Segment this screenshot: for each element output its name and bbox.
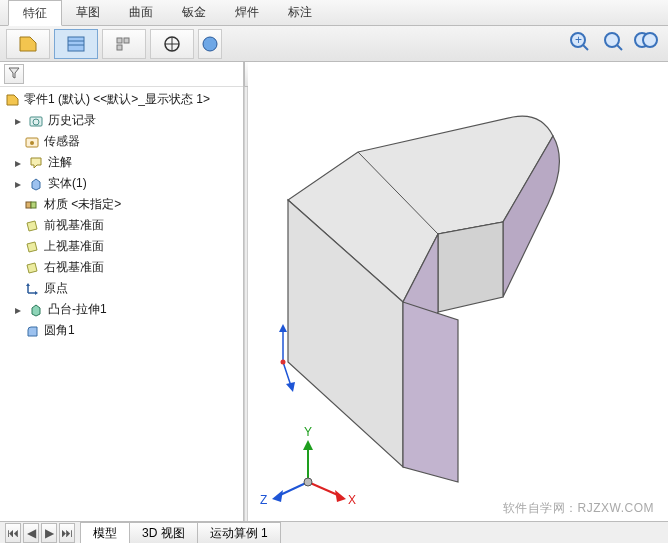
btab-label: 3D 视图 — [142, 526, 185, 540]
solid-body-icon — [28, 176, 44, 192]
tree-item-label: 传感器 — [44, 133, 80, 150]
tree-item-label: 原点 — [44, 280, 68, 297]
tab-label: 曲面 — [129, 5, 153, 19]
display-manager-btn[interactable] — [198, 29, 222, 59]
tree-row[interactable]: ▸ 凸台-拉伸1 — [0, 299, 243, 320]
svg-line-1 — [583, 45, 588, 50]
plane-icon — [24, 239, 40, 255]
svg-line-4 — [617, 45, 622, 50]
tab-weldments[interactable]: 焊件 — [221, 0, 274, 25]
svg-marker-28 — [279, 324, 287, 332]
part-icon — [4, 92, 20, 108]
svg-marker-33 — [303, 440, 313, 450]
tree-root[interactable]: 零件1 (默认) <<默认>_显示状态 1> — [0, 89, 243, 110]
bottom-tab-motion[interactable]: 运动算例 1 — [197, 522, 281, 544]
btab-label: 运动算例 1 — [210, 526, 268, 540]
model-body[interactable] — [288, 116, 559, 482]
plane-icon — [24, 260, 40, 276]
tree-row[interactable]: 原点 — [0, 278, 243, 299]
dimxpert-manager-btn[interactable] — [150, 29, 194, 59]
history-icon — [28, 113, 44, 129]
filter-row — [0, 62, 243, 87]
tree-row[interactable]: 右视基准面 — [0, 257, 243, 278]
tree-item-label: 上视基准面 — [44, 238, 104, 255]
command-tab-bar: 特征 草图 曲面 钣金 焊件 标注 — [0, 0, 668, 26]
feature-manager-btn[interactable] — [6, 29, 50, 59]
svg-marker-25 — [26, 283, 30, 286]
tab-annotate[interactable]: 标注 — [274, 0, 327, 25]
svg-marker-30 — [286, 382, 295, 392]
tab-scroll-next[interactable]: ▶ — [41, 523, 57, 543]
btab-label: 模型 — [93, 526, 117, 540]
svg-rect-12 — [117, 45, 122, 50]
svg-text:Z: Z — [260, 493, 267, 507]
svg-point-20 — [30, 141, 34, 145]
tab-scroll-first[interactable]: ⏮ — [5, 523, 21, 543]
tree-item-label: 注解 — [48, 154, 72, 171]
svg-text:Y: Y — [304, 425, 312, 439]
svg-rect-7 — [68, 37, 84, 51]
sensor-icon — [24, 134, 40, 150]
3d-viewport[interactable]: Y X Z 软件自学网：RJZXW.COM — [248, 62, 668, 521]
funnel-icon — [8, 67, 20, 82]
svg-line-35 — [308, 482, 340, 496]
tree-row[interactable]: ▸ 历史记录 — [0, 110, 243, 131]
feature-tree: 零件1 (默认) <<默认>_显示状态 1> ▸ 历史记录 传感器 ▸ 注解 — [0, 87, 243, 343]
tab-label: 标注 — [288, 5, 312, 19]
bottom-tab-bar: ⏮ ◀ ▶ ⏭ 模型 3D 视图 运动算例 1 — [0, 521, 668, 543]
svg-marker-26 — [35, 291, 38, 295]
tree-item-label: 实体(1) — [48, 175, 87, 192]
origin-icon — [24, 281, 40, 297]
tab-scroll-last[interactable]: ⏭ — [59, 523, 75, 543]
tab-sketch[interactable]: 草图 — [62, 0, 115, 25]
tab-sheetmetal[interactable]: 钣金 — [168, 0, 221, 25]
svg-point-16 — [203, 37, 217, 51]
svg-point-3 — [605, 33, 619, 47]
watermark-text: 软件自学网：RJZXW.COM — [503, 500, 655, 517]
configuration-manager-btn[interactable] — [102, 29, 146, 59]
filter-button[interactable] — [4, 64, 24, 84]
zoom-fit-icon[interactable] — [598, 26, 626, 54]
bottom-tab-model[interactable]: 模型 — [80, 522, 130, 544]
tree-row[interactable]: ▸ 实体(1) — [0, 173, 243, 194]
bottom-tab-3dview[interactable]: 3D 视图 — [129, 522, 198, 544]
tree-item-label: 历史记录 — [48, 112, 96, 129]
svg-line-38 — [278, 482, 308, 496]
tree-row[interactable]: 材质 <未指定> — [0, 194, 243, 215]
view-triad: Y X Z — [260, 425, 356, 507]
expander-icon[interactable]: ▸ — [12, 157, 24, 169]
tree-item-label: 圆角1 — [44, 322, 75, 339]
tree-row[interactable]: 上视基准面 — [0, 236, 243, 257]
svg-rect-21 — [26, 202, 31, 208]
svg-point-41 — [304, 478, 312, 486]
svg-marker-39 — [272, 490, 283, 502]
plane-icon — [24, 218, 40, 234]
tab-label: 钣金 — [182, 5, 206, 19]
tree-item-label: 前视基准面 — [44, 217, 104, 234]
property-manager-btn[interactable] — [54, 29, 98, 59]
svg-marker-36 — [335, 490, 346, 502]
expander-icon[interactable]: ▸ — [12, 304, 24, 316]
tab-scroll-prev[interactable]: ◀ — [23, 523, 39, 543]
tab-surfaces[interactable]: 曲面 — [115, 0, 168, 25]
svg-text:X: X — [348, 493, 356, 507]
view-orientation-icon[interactable] — [632, 26, 660, 54]
annotation-icon — [28, 155, 44, 171]
tree-item-label: 右视基准面 — [44, 259, 104, 276]
expander-icon[interactable]: ▸ — [12, 115, 24, 127]
tree-row[interactable]: ▸ 注解 — [0, 152, 243, 173]
tree-row[interactable]: 圆角1 — [0, 320, 243, 341]
svg-point-31 — [281, 360, 286, 365]
svg-point-6 — [643, 33, 657, 47]
tree-item-label: 材质 <未指定> — [44, 196, 121, 213]
tab-features[interactable]: 特征 — [8, 0, 62, 26]
svg-text:+: + — [575, 33, 582, 47]
tree-row[interactable]: 传感器 — [0, 131, 243, 152]
expander-icon[interactable]: ▸ — [12, 178, 24, 190]
fillet-icon — [24, 323, 40, 339]
svg-rect-22 — [31, 202, 36, 208]
tree-item-label: 凸台-拉伸1 — [48, 301, 107, 318]
zoom-to-area-icon[interactable]: + — [564, 26, 592, 54]
tree-row[interactable]: 前视基准面 — [0, 215, 243, 236]
tab-label: 特征 — [23, 6, 47, 20]
